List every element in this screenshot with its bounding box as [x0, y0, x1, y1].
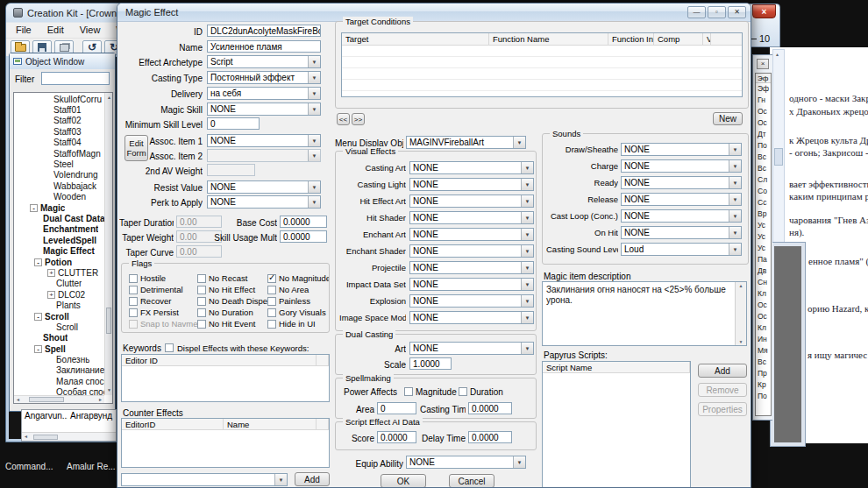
scroll-left-icon[interactable]: ◄: [22, 433, 30, 441]
scroll-up-icon[interactable]: ▲: [773, 51, 781, 59]
visual-effect-dropdown[interactable]: NONE▼: [409, 161, 534, 174]
taskbar-item[interactable]: Amalur Re...: [67, 462, 116, 471]
keywords-list[interactable]: Editor ID: [121, 354, 330, 402]
effects-list-item[interactable]: Дт: [756, 129, 771, 140]
chevron-down-icon[interactable]: ▼: [308, 103, 320, 115]
chevron-down-icon[interactable]: ▼: [513, 137, 525, 148]
effects-list-item[interactable]: Пр: [756, 368, 771, 379]
menu-display-object-dropdown[interactable]: MAGINVFireballArt▼: [406, 136, 526, 149]
chevron-down-icon[interactable]: ▼: [513, 456, 525, 468]
flag-checkbox-item[interactable]: Recover: [129, 295, 197, 307]
tree-item[interactable]: - Spell: [14, 343, 104, 354]
close-button[interactable]: ×: [752, 4, 776, 18]
id-field[interactable]: DLC2dunAcolyteMaskFireBoostEnchE: [207, 25, 321, 37]
effects-list-header[interactable]: Эф: [756, 74, 771, 83]
flag-checkbox-item[interactable]: Detrimental: [129, 284, 197, 295]
tree-item[interactable]: Малая способ: [14, 376, 104, 386]
checkbox-icon[interactable]: [267, 274, 276, 283]
chevron-down-icon[interactable]: ▼: [729, 160, 741, 172]
effects-list-item[interactable]: По: [756, 140, 771, 152]
conditions-column-header[interactable]: Function Name: [489, 33, 608, 45]
effects-list-item[interactable]: Эф: [756, 83, 771, 95]
sound-dropdown[interactable]: NONE▼: [621, 159, 742, 173]
papyrus-add-button[interactable]: Add: [698, 364, 747, 378]
chevron-down-icon[interactable]: ▼: [729, 177, 741, 188]
checkbox-icon[interactable]: [129, 308, 138, 317]
effects-list-item[interactable]: Ин: [756, 334, 771, 345]
tree-item[interactable]: Болезнь: [14, 354, 104, 364]
tree-item[interactable]: Shout: [14, 333, 104, 343]
area-field[interactable]: 0: [377, 402, 416, 414]
tree-item[interactable]: StaffofMagn: [14, 148, 104, 159]
chevron-down-icon[interactable]: ▼: [521, 179, 533, 190]
scroll-left-icon[interactable]: ◄: [14, 396, 22, 404]
document-scroll-thumb[interactable]: [774, 148, 783, 166]
close-button[interactable]: ×: [757, 59, 769, 69]
equip-ability-dropdown[interactable]: NONE▼: [406, 456, 526, 469]
papyrus-list[interactable]: Script Name: [542, 361, 691, 488]
tree-item[interactable]: Scroll: [14, 322, 104, 332]
dual-art-dropdown[interactable]: NONE▼: [409, 342, 534, 355]
sound-dropdown[interactable]: NONE▼: [621, 143, 742, 156]
effect-archetype-dropdown[interactable]: Script▼: [207, 55, 321, 68]
description-scrollbar[interactable]: ▲ ▼: [735, 282, 746, 345]
cancel-button[interactable]: Cancel: [449, 474, 494, 488]
tree-vscroll-thumb[interactable]: [106, 308, 111, 334]
counter-effects-list[interactable]: EditorID Name: [121, 418, 330, 468]
chevron-down-icon[interactable]: ▼: [308, 181, 320, 193]
checkbox-icon[interactable]: [267, 286, 276, 294]
tree-expander-icon[interactable]: +: [47, 269, 55, 277]
tree-item[interactable]: Steel: [14, 159, 104, 169]
tree-item[interactable]: Magic Effect: [14, 245, 104, 256]
scroll-up-icon[interactable]: ▲: [105, 94, 113, 102]
effects-list-item[interactable]: Ос: [756, 300, 771, 311]
tree-item[interactable]: Enchantment: [14, 224, 104, 235]
chevron-down-icon[interactable]: ▼: [308, 196, 320, 208]
result-row[interactable]: Angarvun... Ангарвунд: [22, 410, 116, 421]
close-button[interactable]: ✕: [728, 6, 746, 18]
conditions-column-header[interactable]: Function Info: [608, 33, 654, 45]
menu-item[interactable]: Edit: [39, 23, 72, 38]
effects-list-item[interactable]: По: [756, 391, 771, 402]
chevron-down-icon[interactable]: ▼: [729, 210, 741, 222]
counter-column-editorid[interactable]: EditorID: [122, 419, 224, 429]
ok-button[interactable]: OK: [381, 474, 426, 488]
keywords-column-header[interactable]: Editor ID: [122, 355, 317, 365]
conditions-next-button[interactable]: >>: [352, 113, 365, 125]
chevron-down-icon[interactable]: ▼: [521, 295, 533, 307]
conditions-prev-button[interactable]: <<: [337, 113, 350, 125]
tree-item[interactable]: Plants: [14, 300, 104, 310]
chevron-down-icon[interactable]: ▼: [274, 474, 287, 485]
magic-skill-dropdown[interactable]: NONE▼: [207, 103, 321, 116]
visual-effect-dropdown[interactable]: NONE▼: [409, 294, 534, 308]
effects-list-item[interactable]: Вс: [756, 152, 771, 163]
object-window-titlebar[interactable]: Object Window: [10, 53, 115, 69]
checkbox-icon[interactable]: [197, 320, 206, 329]
chevron-down-icon[interactable]: ▼: [521, 245, 533, 257]
effects-list-item[interactable]: Ус: [756, 231, 771, 243]
scroll-up-icon[interactable]: ▲: [736, 283, 746, 288]
tree-item[interactable]: Особая способ: [14, 387, 104, 395]
checkbox-icon[interactable]: [129, 320, 138, 329]
scroll-down-icon[interactable]: ▼: [105, 386, 113, 394]
tree-expander-icon[interactable]: -: [34, 345, 42, 353]
tree-item[interactable]: LeveledSpell: [14, 235, 104, 245]
effects-list-item[interactable]: Кл: [756, 288, 771, 300]
tree-item[interactable]: + DLC02: [14, 289, 104, 300]
chevron-down-icon[interactable]: ▼: [521, 312, 533, 323]
checkbox-icon[interactable]: [197, 286, 206, 294]
checkbox-icon[interactable]: [197, 297, 206, 306]
score-field[interactable]: 0.0000: [377, 431, 416, 443]
min-skill-field[interactable]: 0: [207, 117, 260, 130]
casting-time-field[interactable]: 0.0000: [468, 402, 512, 414]
effects-list-item[interactable]: Ос: [756, 117, 771, 129]
flag-checkbox-item[interactable]: No Hit Event: [197, 318, 267, 329]
document-scrollbar[interactable]: ▲: [772, 49, 785, 244]
chevron-down-icon[interactable]: ▼: [308, 88, 320, 99]
tree-item[interactable]: Staff04: [14, 138, 104, 148]
effects-list-item[interactable]: Па: [756, 254, 771, 265]
flag-checkbox-item[interactable]: No Duration: [197, 307, 267, 318]
effects-list-item[interactable]: Ос: [756, 311, 771, 322]
visual-effect-dropdown[interactable]: NONE▼: [409, 178, 534, 191]
chevron-down-icon[interactable]: ▼: [521, 195, 533, 207]
